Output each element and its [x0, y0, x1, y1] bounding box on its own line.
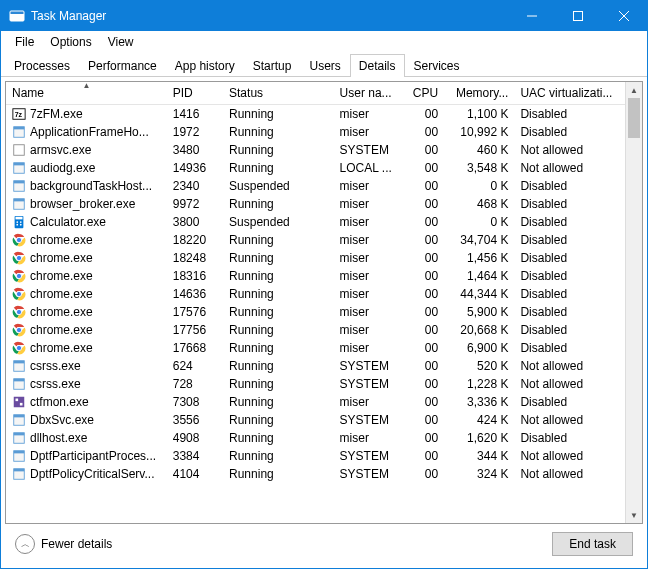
column-header[interactable]: Name▲	[6, 82, 167, 105]
table-row[interactable]: ctfmon.exe7308Runningmiser003,336 KDisab…	[6, 393, 625, 411]
table-row[interactable]: chrome.exe18316Runningmiser001,464 KDisa…	[6, 267, 625, 285]
table-row[interactable]: chrome.exe17668Runningmiser006,900 KDisa…	[6, 339, 625, 357]
tab-details[interactable]: Details	[350, 54, 405, 77]
table-row[interactable]: Calculator.exe3800Suspendedmiser000 KDis…	[6, 213, 625, 231]
scroll-down-icon[interactable]: ▼	[626, 507, 642, 523]
table-row[interactable]: chrome.exe17756Runningmiser0020,668 KDis…	[6, 321, 625, 339]
tab-services[interactable]: Services	[405, 54, 469, 77]
cell: 1,464 K	[444, 267, 514, 285]
cell: miser	[334, 231, 404, 249]
process-icon	[12, 233, 26, 247]
table-row[interactable]: backgroundTaskHost...2340Suspendedmiser0…	[6, 177, 625, 195]
table-row[interactable]: chrome.exe18248Runningmiser001,456 KDisa…	[6, 249, 625, 267]
cell: 1972	[167, 123, 223, 141]
cell: Disabled	[514, 249, 625, 267]
cell: browser_broker.exe	[6, 195, 167, 213]
menu-file[interactable]: File	[7, 33, 42, 51]
table-row[interactable]: DbxSvc.exe3556RunningSYSTEM00424 KNot al…	[6, 411, 625, 429]
titlebar[interactable]: Task Manager	[1, 1, 647, 31]
cell: 344 K	[444, 447, 514, 465]
cell: SYSTEM	[334, 465, 404, 483]
column-header[interactable]: User na...	[334, 82, 404, 105]
table-row[interactable]: chrome.exe14636Runningmiser0044,344 KDis…	[6, 285, 625, 303]
minimize-button[interactable]	[509, 1, 555, 31]
cell: 00	[404, 249, 444, 267]
table-row[interactable]: DptfPolicyCriticalServ...4104RunningSYST…	[6, 465, 625, 483]
cell: 00	[404, 285, 444, 303]
fewer-details-button[interactable]: ︿ Fewer details	[15, 534, 112, 554]
table-row[interactable]: DptfParticipantProces...3384RunningSYSTE…	[6, 447, 625, 465]
tab-users[interactable]: Users	[300, 54, 349, 77]
table-row[interactable]: dllhost.exe4908Runningmiser001,620 KDisa…	[6, 429, 625, 447]
process-icon	[12, 395, 26, 409]
tab-processes[interactable]: Processes	[5, 54, 79, 77]
column-header[interactable]: Status	[223, 82, 334, 105]
cell: ctfmon.exe	[6, 393, 167, 411]
cell: 00	[404, 393, 444, 411]
scroll-thumb[interactable]	[628, 98, 640, 138]
process-icon	[12, 269, 26, 283]
maximize-button[interactable]	[555, 1, 601, 31]
cell: 00	[404, 231, 444, 249]
svg-rect-15	[14, 181, 25, 184]
svg-rect-11	[14, 145, 25, 156]
cell: Running	[223, 411, 334, 429]
table-row[interactable]: chrome.exe17576Runningmiser005,900 KDisa…	[6, 303, 625, 321]
table-row[interactable]: audiodg.exe14936RunningLOCAL ...003,548 …	[6, 159, 625, 177]
cell: 728	[167, 375, 223, 393]
column-header[interactable]: UAC virtualizati...	[514, 82, 625, 105]
cell: Disabled	[514, 321, 625, 339]
cell: chrome.exe	[6, 249, 167, 267]
svg-rect-50	[14, 451, 25, 454]
cell: 44,344 K	[444, 285, 514, 303]
tab-app-history[interactable]: App history	[166, 54, 244, 77]
cell: 7308	[167, 393, 223, 411]
cell: 4908	[167, 429, 223, 447]
svg-point-29	[16, 273, 21, 278]
end-task-button[interactable]: End task	[552, 532, 633, 556]
table-row[interactable]: csrss.exe624RunningSYSTEM00520 KNot allo…	[6, 357, 625, 375]
cell: Running	[223, 123, 334, 141]
table-row[interactable]: ApplicationFrameHo...1972Runningmiser001…	[6, 123, 625, 141]
close-button[interactable]	[601, 1, 647, 31]
svg-rect-4	[574, 12, 583, 21]
menubar: FileOptionsView	[1, 31, 647, 53]
cell: 1,456 K	[444, 249, 514, 267]
cell: Running	[223, 231, 334, 249]
svg-rect-13	[14, 163, 25, 166]
cell: SYSTEM	[334, 411, 404, 429]
vertical-scrollbar[interactable]: ▲ ▼	[625, 82, 642, 523]
cell: 20,668 K	[444, 321, 514, 339]
svg-point-22	[16, 224, 18, 226]
table-row[interactable]: chrome.exe18220Runningmiser0034,704 KDis…	[6, 231, 625, 249]
tab-startup[interactable]: Startup	[244, 54, 301, 77]
cell: Not allowed	[514, 159, 625, 177]
cell: 3800	[167, 213, 223, 231]
table-row[interactable]: browser_broker.exe9972Runningmiser00468 …	[6, 195, 625, 213]
cell: miser	[334, 195, 404, 213]
cell: 3384	[167, 447, 223, 465]
cell: miser	[334, 339, 404, 357]
cell: Not allowed	[514, 465, 625, 483]
cell: 00	[404, 141, 444, 159]
column-header[interactable]: PID	[167, 82, 223, 105]
table-row[interactable]: csrss.exe728RunningSYSTEM001,228 KNot al…	[6, 375, 625, 393]
process-grid[interactable]: Name▲PIDStatusUser na...CPUMemory...UAC …	[6, 82, 625, 523]
cell: miser	[334, 429, 404, 447]
column-header[interactable]: Memory...	[444, 82, 514, 105]
scroll-up-icon[interactable]: ▲	[626, 82, 642, 98]
cell: csrss.exe	[6, 375, 167, 393]
menu-view[interactable]: View	[100, 33, 142, 51]
column-header[interactable]: CPU	[404, 82, 444, 105]
menu-options[interactable]: Options	[42, 33, 99, 51]
table-row[interactable]: armsvc.exe3480RunningSYSTEM00460 KNot al…	[6, 141, 625, 159]
cell: 3,548 K	[444, 159, 514, 177]
cell: Not allowed	[514, 375, 625, 393]
table-row[interactable]: 7z7zFM.exe1416Runningmiser001,100 KDisab…	[6, 105, 625, 124]
tab-performance[interactable]: Performance	[79, 54, 166, 77]
cell: DbxSvc.exe	[6, 411, 167, 429]
cell: Suspended	[223, 177, 334, 195]
cell: 00	[404, 267, 444, 285]
cell: Running	[223, 249, 334, 267]
cell: SYSTEM	[334, 375, 404, 393]
